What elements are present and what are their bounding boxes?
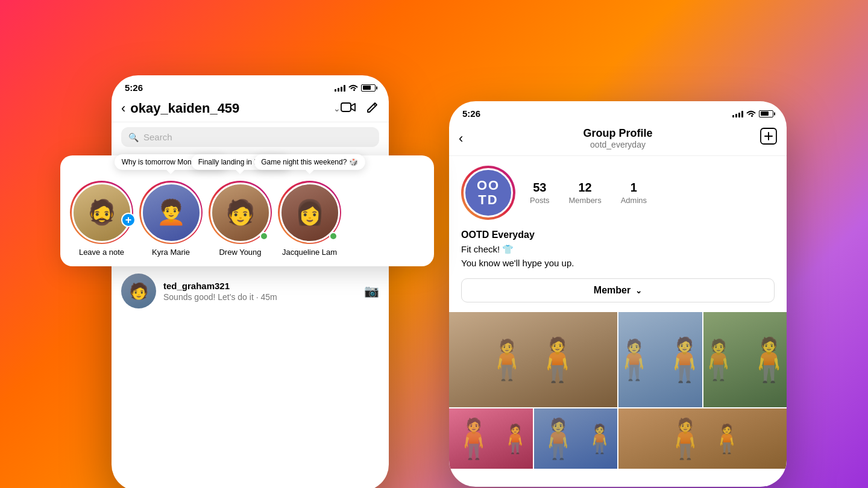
photo-figure-4: 🧍: [449, 408, 533, 469]
group-name: OOTD Everyday: [461, 230, 775, 240]
avatar-self: 🧔: [72, 183, 132, 243]
member-button[interactable]: Member ⌄: [461, 278, 775, 302]
search-placeholder: Search: [143, 132, 172, 142]
stat-posts: 53 Posts: [530, 181, 550, 205]
signal-icon-right: [732, 110, 743, 117]
search-icon: 🔍: [128, 133, 139, 142]
bio-line2: You know we'll hype you up.: [461, 257, 775, 271]
stat-posts-number: 53: [530, 181, 550, 195]
member-label: Member: [594, 285, 631, 296]
stat-admins: 1 Admins: [621, 181, 647, 205]
video-call-icon[interactable]: [341, 101, 356, 116]
member-chevron-icon: ⌄: [635, 286, 642, 295]
popup-story-drew[interactable]: Finally landing in NYC! ❤️ 🧑 Drew Young: [209, 181, 272, 257]
story-popup: 🧔 + Leave a note Why is tomorrow Monday!…: [60, 155, 434, 266]
grid-photo-5[interactable]: 🧍: [534, 408, 618, 469]
msg-username-3: ted_graham321: [163, 281, 357, 291]
right-phone: 5:26 ‹ Group Profile ootd_everyday: [449, 101, 787, 487]
group-stats: 53 Posts 12 Members 1 Admins: [530, 181, 647, 205]
avatar-ted: 🧑: [121, 274, 156, 308]
popup-story-label-jacq: Jacqueline Lam: [282, 248, 337, 257]
group-desc: OOTD Everyday Fit check! 👕 You know we'l…: [449, 230, 787, 278]
group-profile-header: ‹ Group Profile ootd_everyday: [449, 122, 787, 156]
bio-line1: Fit check! 👕: [461, 243, 775, 257]
grid-photo-6[interactable]: 🧍: [618, 408, 787, 469]
photo-figure-3: 🧍: [703, 312, 787, 407]
gp-title-block: Group Profile ootd_everyday: [480, 127, 755, 149]
group-bio: Fit check! 👕 You know we'll hype you up.: [461, 243, 775, 270]
chevron-icon[interactable]: ⌄: [333, 104, 341, 113]
wifi-icon: [348, 84, 358, 92]
photo-grid: 🧍 🧍 🧍 🧍 🧍 🧍: [449, 312, 787, 469]
popup-story-label-drew: Drew Young: [219, 248, 261, 257]
msg-right-3: 📷: [364, 284, 379, 298]
stat-members-label: Members: [569, 196, 602, 205]
svg-rect-0: [341, 103, 351, 111]
popup-story-label-kyra: Kyra Marie: [152, 248, 190, 257]
camera-icon-3[interactable]: 📷: [364, 284, 379, 298]
battery-icon: [361, 84, 376, 92]
grid-photo-3[interactable]: 🧍: [703, 312, 787, 407]
stat-posts-label: Posts: [530, 196, 550, 205]
battery-icon-right: [759, 110, 773, 117]
dm-header: ‹ okay_kaiden_459 ⌄: [112, 96, 389, 122]
header-icons: [341, 100, 379, 117]
jacq-bubble: Game night this weekend? 🎲: [254, 154, 365, 170]
gp-back-button[interactable]: ‹: [459, 131, 480, 146]
popup-story-self[interactable]: 🧔 + Leave a note: [70, 181, 133, 257]
search-bar[interactable]: 🔍 Search: [121, 127, 379, 147]
status-icons-right: [732, 110, 773, 117]
group-avatar: OOTD: [464, 168, 513, 217]
time-left: 5:26: [125, 83, 143, 93]
status-bar-left: 5:26: [112, 75, 389, 96]
back-button[interactable]: ‹: [121, 101, 125, 116]
signal-icon: [335, 84, 345, 92]
dm-username: okay_kaiden_459: [130, 101, 331, 116]
stat-members: 12 Members: [569, 181, 602, 205]
left-phone: 5:26 ‹ okay_kaiden_459 ⌄: [112, 75, 389, 488]
stat-admins-number: 1: [621, 181, 647, 195]
time-right: 5:26: [462, 108, 480, 119]
popup-story-kyra[interactable]: Why is tomorrow Monday!? 😤 🧑‍🦱 Kyra Mari…: [139, 181, 203, 257]
group-avatar-ring: OOTD: [461, 166, 515, 220]
photo-figure-5: 🧍: [534, 408, 618, 469]
online-indicator-jacq: [329, 232, 338, 240]
popup-story-label-self: Leave a note: [79, 248, 124, 257]
photo-figure-2: 🧍: [618, 312, 702, 407]
grid-photo-2[interactable]: 🧍: [618, 312, 702, 407]
photo-figure-1: 🧍: [449, 312, 617, 407]
wifi-icon-right: [746, 110, 756, 117]
photo-figure-6: 🧍: [618, 408, 787, 469]
stat-members-number: 12: [569, 181, 602, 195]
msg-preview-3: Sounds good! Let's do it · 45m: [163, 292, 357, 302]
gp-subtitle: ootd_everyday: [480, 140, 755, 149]
status-bar-right: 5:26: [449, 101, 787, 122]
stat-admins-label: Admins: [621, 196, 647, 205]
grid-photo-4[interactable]: 🧍: [449, 408, 533, 469]
add-story-button[interactable]: +: [121, 213, 136, 227]
avatar-ring-self: 🧔: [70, 181, 133, 244]
online-indicator-drew: [260, 232, 268, 240]
avatar-ring-kyra: 🧑‍🦱: [139, 181, 203, 244]
gp-add-button[interactable]: [755, 128, 777, 149]
popup-story-jacq[interactable]: Game night this weekend? 🎲 👩 Jacqueline …: [278, 181, 341, 257]
msg-info-3: ted_graham321 Sounds good! Let's do it ·…: [163, 281, 357, 302]
grid-photo-1[interactable]: 🧍: [449, 312, 617, 407]
avatar-kyra: 🧑‍🦱: [141, 183, 201, 243]
edit-icon[interactable]: [366, 100, 379, 117]
popup-stories-row: 🧔 + Leave a note Why is tomorrow Monday!…: [70, 166, 424, 257]
gp-title: Group Profile: [480, 127, 755, 140]
group-info: OOTD 53 Posts 12 Members 1 Admins: [449, 156, 787, 230]
message-item-3[interactable]: 🧑 ted_graham321 Sounds good! Let's do it…: [112, 267, 389, 314]
status-icons-left: [335, 84, 376, 92]
